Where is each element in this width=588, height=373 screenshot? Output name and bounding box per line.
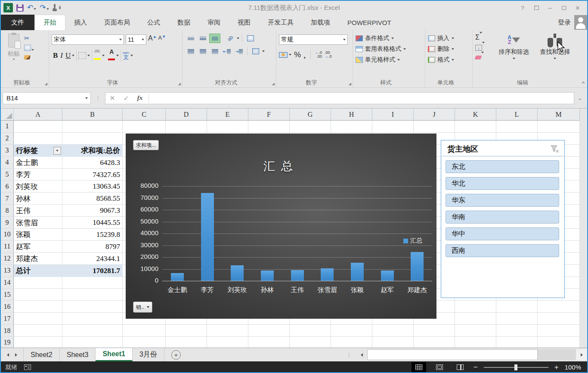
- restore-button[interactable]: [558, 3, 570, 12]
- zoom-slider[interactable]: [484, 367, 548, 368]
- font-size-combo[interactable]: 11: [126, 34, 146, 45]
- chart-bar-孙林[interactable]: [261, 270, 274, 281]
- undo-dropdown-icon[interactable]: [34, 8, 36, 10]
- chart-bar-张颖[interactable]: [351, 263, 364, 281]
- fill-color-dropdown-icon[interactable]: [102, 55, 105, 56]
- styles-item-单元格样式[interactable]: 单元格样式: [356, 56, 422, 64]
- ribbon-tab-开发工具[interactable]: 开发工具: [259, 15, 302, 30]
- formula-bar-handle[interactable]: ⋮: [91, 95, 105, 101]
- chart-axis-field-button[interactable]: 销..: [133, 302, 152, 313]
- column-header-K[interactable]: K: [455, 109, 496, 121]
- prev-sheet-icon[interactable]: [7, 353, 9, 357]
- pivot-header-row[interactable]: 行标签求和项:总价: [14, 145, 123, 157]
- horizontal-scrollbar[interactable]: [367, 349, 576, 360]
- chart-bar-李芳[interactable]: [201, 193, 214, 281]
- paste-dropdown-icon[interactable]: [12, 59, 15, 60]
- qat-customize-button[interactable]: ▾: [59, 6, 61, 10]
- percent-style-button[interactable]: %: [294, 50, 301, 59]
- name-box-dropdown-icon[interactable]: [85, 97, 88, 99]
- normal-view-button[interactable]: [412, 362, 426, 373]
- underline-button[interactable]: U: [64, 51, 72, 60]
- paste-button[interactable]: 粘贴: [3, 32, 24, 60]
- fill-color-button[interactable]: [94, 50, 101, 62]
- copy-dropdown-icon[interactable]: [31, 49, 34, 51]
- sheet-tab-Sheet1[interactable]: Sheet1: [96, 348, 132, 361]
- column-header-C[interactable]: C: [123, 109, 166, 121]
- pivot-table[interactable]: 行标签求和项:总价金士鹏6428.3李芳74327.65刘英玫13063.45孙…: [14, 145, 123, 277]
- merge-center-button[interactable]: [250, 47, 261, 56]
- ribbon-tab-公式[interactable]: 公式: [139, 15, 169, 30]
- row-header-19[interactable]: 19: [1, 337, 14, 348]
- row-header-11[interactable]: 11: [1, 241, 14, 252]
- number-format-combo[interactable]: 常规: [279, 34, 348, 45]
- pivot-data-row[interactable]: 李芳74327.65: [14, 169, 123, 181]
- chart-bar-刘英玫[interactable]: [231, 265, 244, 281]
- row-labels-filter-button[interactable]: [53, 147, 61, 155]
- increase-decimal-button[interactable]: ←.0.00: [315, 51, 322, 59]
- row-header-1[interactable]: 1: [1, 121, 14, 132]
- clear-filter-icon[interactable]: [551, 145, 559, 153]
- zoom-in-button[interactable]: +: [554, 363, 559, 372]
- decrease-indent-button[interactable]: ⇤: [221, 47, 232, 56]
- column-header-M[interactable]: M: [538, 109, 580, 121]
- select-all-button[interactable]: [1, 109, 14, 121]
- chart-bar-郑建杰[interactable]: [411, 252, 424, 281]
- copy-button[interactable]: [24, 45, 34, 53]
- underline-dropdown-icon[interactable]: [72, 55, 74, 56]
- sort-filter-button[interactable]: AZ 排序和筛选: [494, 32, 534, 61]
- ribbon-tab-开始[interactable]: 开始: [34, 15, 65, 30]
- enter-button[interactable]: ✓: [119, 94, 133, 102]
- format-painter-icon[interactable]: [24, 55, 31, 59]
- save-icon[interactable]: [16, 4, 24, 12]
- slicer-item-华东[interactable]: 华东: [446, 194, 559, 207]
- column-header-I[interactable]: I: [372, 109, 414, 121]
- bottom-align-button[interactable]: [209, 34, 220, 43]
- pivot-total-row[interactable]: 总计170281.7: [14, 265, 123, 277]
- ribbon-tab-视图[interactable]: 视图: [229, 15, 259, 30]
- horizontal-scroll-thumb[interactable]: [367, 349, 538, 360]
- orientation-button[interactable]: ab: [225, 34, 236, 43]
- cells-item-格式[interactable]: 格式: [428, 56, 470, 64]
- font-color-button[interactable]: A: [108, 49, 115, 62]
- sheet-tab-Sheet3[interactable]: Sheet3: [60, 348, 96, 361]
- pivot-data-row[interactable]: 张雪眉10445.55: [14, 217, 123, 229]
- row-header-7[interactable]: 7: [1, 193, 14, 204]
- slicer-item-华南[interactable]: 华南: [446, 211, 559, 224]
- zoom-out-button[interactable]: −: [473, 363, 478, 372]
- ribbon-tab-数据[interactable]: 数据: [169, 15, 199, 30]
- column-header-H[interactable]: H: [331, 109, 372, 121]
- number-dialog-launcher-icon[interactable]: ◢: [349, 82, 351, 86]
- bold-button[interactable]: B: [52, 51, 59, 60]
- font-color-dropdown-icon[interactable]: [116, 55, 119, 56]
- redo-button[interactable]: ↷: [40, 4, 49, 12]
- borders-icon[interactable]: [78, 52, 86, 59]
- zoom-level[interactable]: 100%: [565, 364, 581, 371]
- row-header-6[interactable]: 6: [1, 180, 14, 192]
- row-header-3[interactable]: 3: [1, 145, 14, 156]
- row-header-9[interactable]: 9: [1, 217, 14, 228]
- row-header-12[interactable]: 12: [1, 253, 14, 264]
- phonetic-button[interactable]: wén 文: [123, 51, 129, 60]
- ribbon-display-options-button[interactable]: [530, 3, 542, 12]
- pivot-data-row[interactable]: 王伟9067.3: [14, 205, 123, 217]
- clipboard-dialog-launcher-icon[interactable]: ◢: [45, 82, 47, 86]
- column-header-G[interactable]: G: [290, 109, 331, 121]
- sheet-tab-Sheet2[interactable]: Sheet2: [24, 348, 60, 361]
- pivot-data-row[interactable]: 孙林8568.55: [14, 193, 123, 205]
- excel-logo-icon[interactable]: X: [3, 3, 13, 12]
- next-sheet-icon[interactable]: [15, 353, 17, 357]
- row-header-5[interactable]: 5: [1, 169, 14, 180]
- chart-value-field-button[interactable]: 求和项...: [133, 140, 159, 150]
- pivot-data-row[interactable]: 金士鹏6428.3: [14, 157, 123, 169]
- cells-item-删除[interactable]: 删除: [428, 45, 470, 53]
- row-header-8[interactable]: 8: [1, 205, 14, 216]
- worksheet-grid[interactable]: ABCDEFGHIJKLM 12345678910111213141516171…: [1, 109, 580, 348]
- column-header-J[interactable]: J: [414, 109, 455, 121]
- comma-style-button[interactable]: ,: [303, 49, 306, 60]
- ribbon-tab-审阅[interactable]: 审阅: [199, 15, 229, 30]
- row-header-18[interactable]: 18: [1, 325, 14, 336]
- slicer-item-华北[interactable]: 华北: [446, 177, 559, 190]
- row-header-14[interactable]: 14: [1, 277, 14, 289]
- slicer-item-东北[interactable]: 东北: [446, 160, 559, 173]
- increase-indent-button[interactable]: ⇥: [233, 47, 244, 56]
